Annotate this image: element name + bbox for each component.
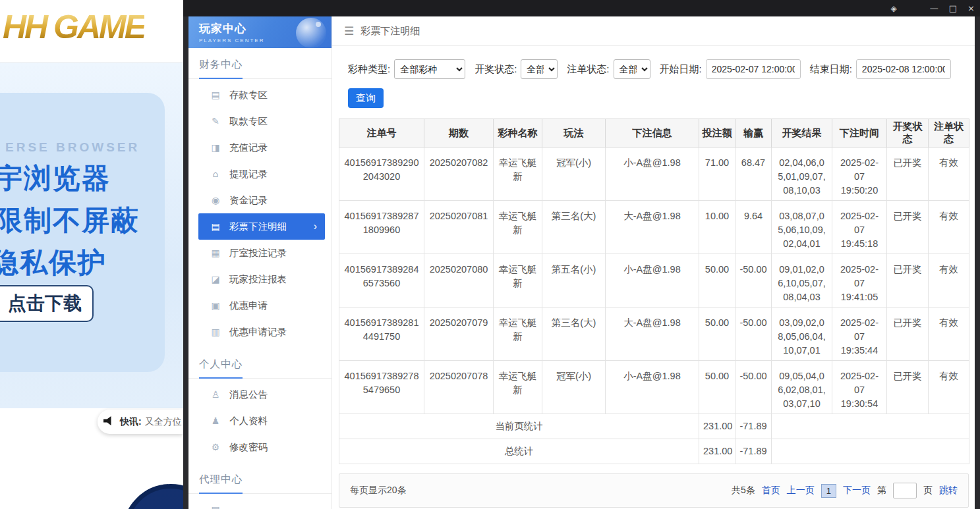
draw-status-label: 开奖状态: xyxy=(475,63,517,76)
start-date-label: 开始日期: xyxy=(660,63,702,76)
cell-bet-info: 小-A盘@1.98 xyxy=(606,361,699,414)
window-titlebar: ◈ — □ × xyxy=(183,0,980,16)
cell-period: 20250207079 xyxy=(424,308,494,361)
bets-table: 注单号 期数 彩种名称 玩法 下注信息 投注额 输赢 开奖结果 下注时间 开奖状… xyxy=(339,119,969,464)
end-date-input[interactable] xyxy=(856,59,951,79)
speaker-icon xyxy=(103,416,115,427)
cell-order-status: 有效 xyxy=(929,361,969,414)
minimize-button[interactable]: — xyxy=(930,4,938,13)
cell-win-loss: 68.47 xyxy=(735,147,772,201)
cell-bet-info: 大-A盘@1.98 xyxy=(606,308,699,361)
promo-line-1: 宇浏览器 xyxy=(0,160,111,197)
column-header-bet-info: 下注信息 xyxy=(606,119,699,147)
cell-draw-status: 已开奖 xyxy=(887,201,929,254)
modal-backdrop-left xyxy=(183,16,188,509)
sidebar-item-label: 优惠申请 xyxy=(229,300,268,312)
total-summary-amount: 231.00 xyxy=(699,439,735,464)
page-jump-input[interactable] xyxy=(893,483,917,498)
finance-menu: ▤ 存款专区 ✎ 取款专区 ◨ 充值记录 ⌂ 提现记录 ◉ 资金记录 xyxy=(188,79,331,348)
current-page-badge[interactable]: 1 xyxy=(821,484,836,498)
column-header-period: 期数 xyxy=(424,119,494,147)
next-page-link[interactable]: 下一页 xyxy=(843,485,871,496)
bets-table-wrap: 注单号 期数 彩种名称 玩法 下注信息 投注额 输赢 开奖结果 下注时间 开奖状… xyxy=(339,119,969,464)
total-summary-win-loss: -71.89 xyxy=(735,439,772,464)
agent-menu: ▤ xyxy=(188,494,331,509)
filter-bar: 彩种类型: 全部彩种 开奖状态: 全部 注单状态: 全部 开始日期: 结束日期: xyxy=(332,46,975,79)
page-summary-row: 当前页统计 231.00 -71.89 xyxy=(339,414,969,439)
lottery-type-select[interactable]: 全部彩种 xyxy=(394,59,465,79)
sidebar-item-label: 玩家投注报表 xyxy=(229,273,287,286)
lottery-type-label: 彩种类型: xyxy=(348,63,390,76)
cell-draw-status: 已开奖 xyxy=(887,254,929,308)
player-bet-report-icon: ◪ xyxy=(210,274,221,284)
sidebar-item-player-bet-report[interactable]: ◪ 玩家投注报表 xyxy=(188,266,331,292)
sidebar-item-label: 资金记录 xyxy=(229,194,268,207)
start-date-input[interactable] xyxy=(706,59,801,79)
promo-subtitle: ERSE BROWSER xyxy=(5,140,140,155)
total-count-text: 共5条 xyxy=(732,485,755,496)
search-button[interactable]: 查询 xyxy=(348,88,384,108)
cell-result: 03,09,02,08,05,06,04,10,07,01 xyxy=(772,308,832,361)
cell-play: 第三名(大) xyxy=(542,308,606,361)
sidebar-item-hall-bet-record[interactable]: ▦ 厅室投注记录 xyxy=(188,240,331,266)
table-row: 401569173892814491750 20250207079 幸运飞艇新 … xyxy=(339,308,969,361)
draw-status-select[interactable]: 全部 xyxy=(521,59,558,79)
sidebar-item-promo-apply[interactable]: ▣ 优惠申请 xyxy=(188,292,331,319)
sidebar-item-label: 厅室投注记录 xyxy=(229,247,287,259)
sidebar-item-funds-record[interactable]: ◉ 资金记录 xyxy=(188,187,331,213)
menu-icon[interactable]: ☰ xyxy=(344,24,354,38)
sidebar-item-partial[interactable]: ▤ xyxy=(188,496,331,509)
total-summary-empty xyxy=(772,439,969,464)
site-logo: HH GAME xyxy=(3,8,144,46)
cell-bet-info: 大-A盘@1.98 xyxy=(606,201,699,254)
sidebar-item-lottery-bet-detail[interactable]: ▤ 彩票下注明细 › xyxy=(198,213,325,240)
table-row: 401569173892902043020 20250207082 幸运飞艇新 … xyxy=(339,147,969,201)
sidebar-item-withdrawal-record[interactable]: ⌂ 提现记录 xyxy=(188,161,331,187)
cell-play: 第三名(大) xyxy=(542,201,606,254)
cell-bet-time: 2025-02-07 19:50:20 xyxy=(832,147,887,201)
per-page-text: 每页显示20条 xyxy=(350,485,407,496)
jump-link[interactable]: 跳转 xyxy=(939,485,958,496)
column-header-win-loss: 输赢 xyxy=(735,119,772,147)
cell-win-loss: -50.00 xyxy=(735,308,772,361)
ticker-label: 快讯: xyxy=(120,416,142,428)
sidebar-item-label: 彩票下注明细 xyxy=(229,221,287,233)
cell-play: 冠军(小) xyxy=(542,147,606,201)
column-header-amount: 投注额 xyxy=(699,119,735,147)
sidebar-item-messages[interactable]: ♙ 消息公告 xyxy=(188,381,331,408)
close-button[interactable]: × xyxy=(967,4,975,13)
sidebar-item-withdraw[interactable]: ✎ 取款专区 xyxy=(188,108,331,134)
prev-page-link[interactable]: 上一页 xyxy=(787,485,815,496)
page-suffix-text: 页 xyxy=(923,485,933,496)
profile-icon: ♟ xyxy=(210,415,221,426)
news-ticker: 快讯: 又全方位 xyxy=(98,410,183,434)
sidebar-item-profile[interactable]: ♟ 个人资料 xyxy=(188,408,331,434)
cell-period: 20250207081 xyxy=(424,201,494,254)
lottery-bet-detail-icon: ▤ xyxy=(210,221,221,232)
cell-lottery: 幸运飞艇新 xyxy=(494,361,542,414)
partial-item-icon: ▤ xyxy=(210,504,221,509)
download-button[interactable]: 点击下载 xyxy=(0,285,94,322)
sidebar-item-promo-apply-record[interactable]: ▥ 优惠申请记录 xyxy=(188,319,331,345)
maximize-button[interactable]: □ xyxy=(949,4,957,13)
order-status-select[interactable]: 全部 xyxy=(614,59,650,79)
cell-order-status: 有效 xyxy=(929,308,969,361)
column-header-lottery: 彩种名称 xyxy=(494,119,542,147)
sidebar-item-deposit[interactable]: ▤ 存款专区 xyxy=(188,82,331,108)
sidebar-item-recharge-record[interactable]: ◨ 充值记录 xyxy=(188,134,331,161)
cell-order-status: 有效 xyxy=(929,254,969,308)
cell-lottery: 幸运飞艇新 xyxy=(494,201,542,254)
page-summary-label: 当前页统计 xyxy=(339,414,699,439)
sidebar-item-label: 消息公告 xyxy=(229,388,268,401)
screen: HH GAME ERSE BROWSER 宇浏览器 限制不屏蔽 隐私保护 点击下… xyxy=(0,0,980,509)
shield-icon[interactable]: ◈ xyxy=(891,5,897,13)
column-header-play: 玩法 xyxy=(542,119,606,147)
ticker-text: 又全方位 xyxy=(145,416,182,428)
cell-period: 20250207080 xyxy=(424,254,494,308)
first-page-link[interactable]: 首页 xyxy=(762,485,780,496)
recharge-record-icon: ◨ xyxy=(210,142,221,153)
sidebar-item-change-password[interactable]: ⚙ 修改密码 xyxy=(188,434,331,460)
cell-amount: 50.00 xyxy=(699,254,735,308)
sidebar: 玩家中心 PLAYERS CENTER 财务中心 ▤ 存款专区 ✎ 取款专区 ◨ xyxy=(188,16,332,509)
cell-bet-time: 2025-02-07 19:35:44 xyxy=(832,308,887,361)
